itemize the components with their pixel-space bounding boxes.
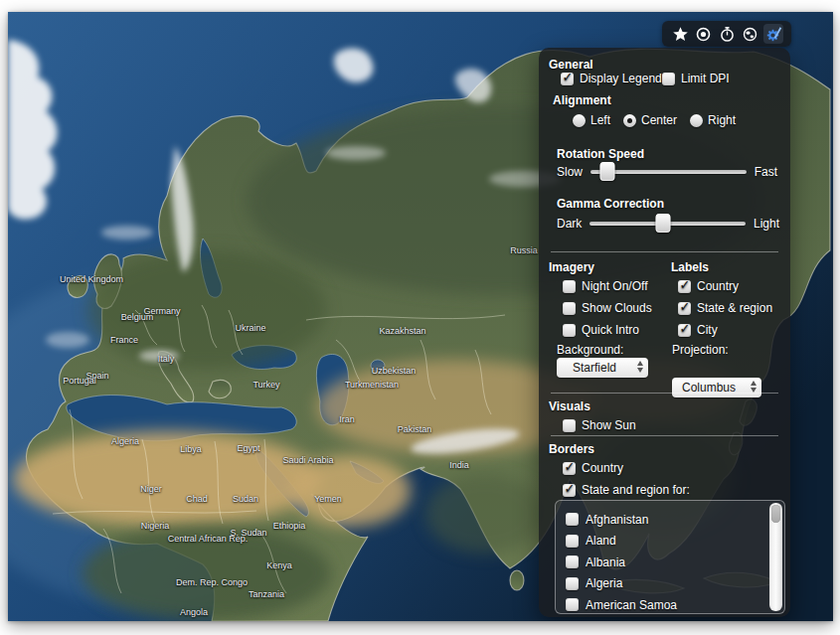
list-scrollbar-thumb[interactable]	[771, 505, 780, 523]
borders-state-region-label: State and region for:	[582, 483, 690, 497]
bookmark-star-icon[interactable]	[670, 24, 690, 44]
rotation-slider-track[interactable]	[590, 170, 747, 174]
list-item-checkbox[interactable]	[566, 513, 579, 526]
list-item-checkbox[interactable]	[566, 535, 579, 548]
labels-city-checkbox[interactable]	[678, 324, 691, 337]
align-right-radio[interactable]	[690, 114, 703, 127]
state-region-list-item[interactable]: Aland	[566, 531, 760, 553]
map-window: RussiaUnited KingdomGermanyBelgiumUkrain…	[8, 12, 833, 621]
toolbar	[662, 21, 791, 47]
borders-heading: Borders	[549, 442, 594, 456]
state-region-list-items: AfghanistanAlandAlbaniaAlgeriaAmerican S…	[566, 509, 760, 614]
align-left-radio[interactable]	[573, 114, 586, 127]
state-region-list: AfghanistanAlandAlbaniaAlgeriaAmerican S…	[555, 500, 785, 614]
labels-country-row[interactable]: Country	[678, 279, 739, 293]
imagery-heading: Imagery	[549, 260, 594, 274]
display-legend-checkbox-row[interactable]: Display Legend	[561, 72, 662, 85]
list-item-checkbox[interactable]	[566, 577, 579, 590]
background-dropdown[interactable]: Starfield	[557, 358, 648, 378]
timer-icon[interactable]	[717, 24, 737, 44]
rotation-max-label: Fast	[755, 165, 777, 179]
labels-state-checkbox[interactable]	[678, 302, 691, 315]
list-item-checkbox[interactable]	[566, 556, 579, 568]
show-clouds-label: Show Clouds	[582, 301, 652, 315]
list-item-label: Algeria	[586, 576, 622, 590]
state-region-list-item[interactable]: American Samoa	[566, 594, 760, 614]
borders-country-row[interactable]: Country	[563, 461, 623, 475]
list-item-label: Aland	[586, 534, 616, 548]
divider-3	[551, 435, 778, 436]
night-onoff-checkbox[interactable]	[563, 280, 576, 293]
labels-country-checkbox[interactable]	[678, 280, 691, 293]
quick-intro-row[interactable]: Quick Intro	[563, 323, 639, 337]
gamma-min-label: Dark	[557, 217, 582, 231]
display-legend-checkbox[interactable]	[561, 73, 574, 85]
state-region-list-item[interactable]: Afghanistan	[566, 509, 760, 531]
limit-dpi-label: Limit DPI	[681, 72, 730, 85]
gamma-slider-row: Dark Light	[557, 217, 779, 231]
show-sun-label: Show Sun	[582, 418, 636, 432]
show-sun-checkbox[interactable]	[563, 419, 576, 432]
settings-icon[interactable]	[763, 24, 783, 44]
align-left-label: Left	[590, 113, 610, 127]
gamma-slider-thumb[interactable]	[655, 214, 670, 233]
rotation-slider-thumb[interactable]	[600, 162, 615, 181]
list-item-label: Albania	[586, 556, 625, 569]
divider-1	[551, 251, 778, 252]
projection-dropdown[interactable]: Columbus	[672, 378, 761, 397]
show-clouds-row[interactable]: Show Clouds	[563, 301, 652, 315]
rotation-speed-heading: Rotation Speed	[557, 147, 644, 161]
show-sun-row[interactable]: Show Sun	[563, 418, 636, 432]
quick-intro-label: Quick Intro	[582, 323, 639, 337]
night-onoff-row[interactable]: Night On/Off	[563, 279, 647, 293]
borders-country-label: Country	[582, 461, 623, 475]
align-center-radio[interactable]	[623, 114, 636, 127]
state-region-list-item[interactable]: Albania	[566, 552, 760, 573]
borders-state-region-row[interactable]: State and region for:	[563, 483, 690, 497]
limit-dpi-checkbox[interactable]	[662, 73, 675, 85]
limit-dpi-checkbox-row[interactable]: Limit DPI	[662, 72, 730, 85]
background-stepper-icon	[637, 361, 643, 373]
night-onoff-label: Night On/Off	[582, 279, 647, 293]
list-item-label: American Samoa	[586, 598, 677, 612]
rotation-min-label: Slow	[557, 165, 583, 179]
labels-city-label: City	[697, 323, 718, 337]
settings-panel: General Display Legend Limit DPI Alignme…	[539, 48, 790, 617]
gamma-max-label: Light	[754, 217, 779, 231]
projection-stepper-icon	[751, 381, 756, 393]
list-scrollbar-track[interactable]	[769, 503, 782, 611]
background-value: Starfield	[573, 361, 616, 375]
gamma-heading: Gamma Correction	[557, 197, 664, 211]
alignment-heading: Alignment	[553, 93, 611, 107]
rotation-speed-slider-row: Slow Fast	[557, 165, 777, 179]
labels-heading: Labels	[671, 260, 709, 274]
alignment-radios: Left Center Right	[573, 113, 736, 127]
record-target-icon[interactable]	[694, 24, 714, 44]
visuals-heading: Visuals	[549, 399, 590, 413]
gamma-slider-track[interactable]	[589, 222, 746, 226]
align-right-label: Right	[708, 113, 736, 127]
display-legend-label: Display Legend	[580, 72, 662, 85]
borders-state-region-checkbox[interactable]	[563, 484, 576, 497]
list-item-checkbox[interactable]	[566, 598, 579, 611]
background-label: Background:	[557, 343, 623, 357]
quick-intro-checkbox[interactable]	[563, 324, 576, 337]
globe-icon[interactable]	[741, 24, 760, 44]
labels-state-row[interactable]: State & region	[678, 301, 772, 315]
align-center-label: Center	[641, 113, 677, 127]
borders-country-checkbox[interactable]	[563, 462, 576, 475]
labels-state-label: State & region	[697, 301, 772, 315]
projection-label: Projection:	[672, 343, 729, 357]
state-region-list-item[interactable]: Algeria	[566, 573, 760, 595]
labels-city-row[interactable]: City	[678, 323, 718, 337]
list-item-label: Afghanistan	[586, 513, 648, 527]
divider-2	[551, 393, 778, 394]
labels-country-label: Country	[697, 279, 739, 293]
show-clouds-checkbox[interactable]	[563, 302, 576, 315]
